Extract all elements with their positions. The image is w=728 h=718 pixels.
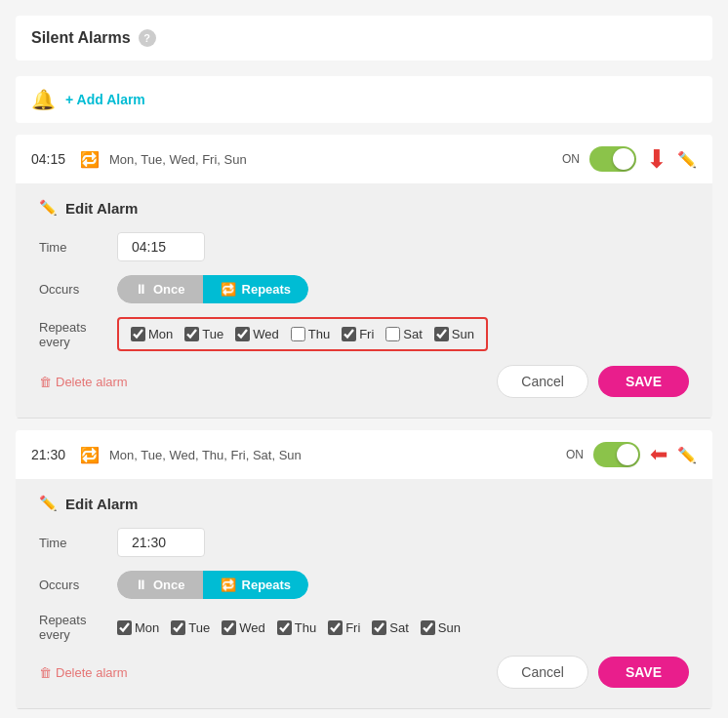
repeats-every-label-2: Repeats every bbox=[39, 613, 117, 642]
day-sun-checkbox-2[interactable] bbox=[421, 620, 435, 635]
day-tue-label-2: Tue bbox=[188, 620, 210, 635]
add-alarm-row: 🔔 + Add Alarm bbox=[16, 76, 712, 123]
repeats-button-2[interactable]: 🔁 Repeats bbox=[203, 571, 309, 599]
occurs-label-2: Occurs bbox=[39, 578, 117, 592]
day-sat-label-1: Sat bbox=[403, 327, 423, 341]
day-fri-label-1: Fri bbox=[359, 327, 374, 341]
alarm-block-1: 04:15 🔁 Mon, Tue, Wed, Fri, Sun ON ✓ ⬇ ✏… bbox=[16, 135, 712, 419]
delete-alarm-link-2[interactable]: 🗑 Delete alarm bbox=[39, 665, 128, 680]
day-mon-1: Mon bbox=[131, 327, 173, 341]
edit-panel-1-title-text: Edit Alarm bbox=[65, 200, 138, 217]
alarm-1-summary: 04:15 🔁 Mon, Tue, Wed, Fri, Sun ON ✓ ⬇ ✏… bbox=[16, 135, 712, 183]
day-sat-label-2: Sat bbox=[389, 620, 409, 635]
once-button-1[interactable]: ⏸ Once bbox=[117, 275, 203, 303]
day-fri-checkbox-1[interactable] bbox=[342, 327, 356, 341]
day-sun-label-1: Sun bbox=[452, 327, 474, 341]
day-mon-checkbox-2[interactable] bbox=[117, 620, 132, 635]
repeats-every-label-1: Repeats every bbox=[39, 320, 117, 349]
bell-icon: 🔔 bbox=[31, 88, 56, 111]
once-icon-2: ⏸ bbox=[135, 578, 147, 592]
day-sun-checkbox-1[interactable] bbox=[434, 327, 449, 341]
occurs-label-1: Occurs bbox=[39, 282, 117, 297]
days-row-2: Mon Tue Wed Thu Fri bbox=[117, 620, 461, 635]
page-header: Silent Alarms ? bbox=[16, 16, 712, 60]
day-thu-label-2: Thu bbox=[295, 620, 316, 635]
edit-panel-2-title: ✏️ Edit Alarm bbox=[39, 495, 689, 512]
day-wed-label-1: Wed bbox=[253, 327, 279, 341]
once-label-1: Once bbox=[153, 282, 185, 297]
alarm-1-toggle[interactable]: ✓ bbox=[589, 146, 636, 172]
day-wed-2: Wed bbox=[222, 620, 265, 635]
day-wed-checkbox-1[interactable] bbox=[235, 327, 250, 341]
days-box-1: Mon Tue Wed Thu Fri bbox=[117, 317, 488, 351]
alarm-2-arrow-left: ⬅ bbox=[650, 444, 667, 465]
day-tue-checkbox-1[interactable] bbox=[184, 327, 199, 341]
add-alarm-section: 🔔 + Add Alarm bbox=[16, 76, 712, 123]
delete-label-1: Delete alarm bbox=[56, 375, 128, 389]
edit-panel-2-title-text: Edit Alarm bbox=[65, 496, 138, 512]
day-mon-checkbox-1[interactable] bbox=[131, 327, 145, 341]
alarm-2-toggle-check: ✓ bbox=[627, 448, 636, 461]
edit-panel-2: ✏️ Edit Alarm Time Occurs ⏸ Once 🔁 Repea… bbox=[16, 479, 712, 709]
edit-panel-1-title: ✏️ Edit Alarm bbox=[39, 199, 689, 217]
day-tue-1: Tue bbox=[184, 327, 223, 341]
save-button-1[interactable]: SAVE bbox=[598, 366, 689, 397]
day-wed-1: Wed bbox=[235, 327, 279, 341]
time-input-1[interactable] bbox=[117, 232, 205, 261]
day-wed-checkbox-2[interactable] bbox=[222, 620, 236, 635]
repeats-every-row-2: Repeats every Mon Tue Wed Thu bbox=[39, 613, 689, 642]
repeats-icon-2: 🔁 bbox=[221, 578, 236, 592]
alarm-2-repeat-icon: 🔁 bbox=[80, 446, 100, 464]
alarm-2-edit-icon[interactable]: ✏️ bbox=[677, 446, 697, 464]
repeats-label-2: Repeats bbox=[242, 578, 292, 592]
once-icon-1: ⏸ bbox=[135, 282, 147, 297]
alarm-1-toggle-check: ✓ bbox=[623, 152, 632, 166]
alarm-2-days: Mon, Tue, Wed, Thu, Fri, Sat, Sun bbox=[109, 448, 556, 462]
day-tue-label-1: Tue bbox=[202, 327, 223, 341]
day-tue-2: Tue bbox=[171, 620, 210, 635]
help-icon[interactable]: ? bbox=[139, 29, 156, 47]
day-thu-checkbox-1[interactable] bbox=[291, 327, 305, 341]
time-field-row-1: Time bbox=[39, 232, 689, 261]
edit-pencil-icon-2: ✏️ bbox=[39, 495, 58, 512]
day-fri-label-2: Fri bbox=[345, 620, 360, 635]
repeats-button-1[interactable]: 🔁 Repeats bbox=[203, 275, 309, 303]
action-row-1: 🗑 Delete alarm Cancel SAVE bbox=[39, 365, 689, 398]
day-sun-2: Sun bbox=[421, 620, 461, 635]
cancel-button-2[interactable]: Cancel bbox=[497, 656, 588, 689]
day-sat-checkbox-1[interactable] bbox=[385, 327, 400, 341]
delete-alarm-link-1[interactable]: 🗑 Delete alarm bbox=[39, 375, 128, 389]
page-title: Silent Alarms bbox=[31, 29, 131, 47]
day-tue-checkbox-2[interactable] bbox=[171, 620, 185, 635]
alarm-1-edit-icon[interactable]: ✏️ bbox=[677, 150, 697, 169]
cancel-button-1[interactable]: Cancel bbox=[497, 365, 588, 398]
occurs-toggle-2: ⏸ Once 🔁 Repeats bbox=[117, 571, 308, 599]
repeats-icon-1: 🔁 bbox=[221, 282, 236, 297]
add-alarm-button[interactable]: + Add Alarm bbox=[65, 92, 145, 107]
time-label-2: Time bbox=[39, 536, 117, 550]
alarm-2-toggle[interactable]: ✓ bbox=[593, 442, 640, 467]
day-fri-1: Fri bbox=[342, 327, 374, 341]
occurs-field-row-2: Occurs ⏸ Once 🔁 Repeats bbox=[39, 571, 689, 599]
action-row-2: 🗑 Delete alarm Cancel SAVE bbox=[39, 656, 689, 689]
day-mon-label-1: Mon bbox=[148, 327, 173, 341]
day-mon-label-2: Mon bbox=[135, 620, 159, 635]
once-button-2[interactable]: ⏸ Once bbox=[117, 571, 203, 599]
alarm-2-summary: 21:30 🔁 Mon, Tue, Wed, Thu, Fri, Sat, Su… bbox=[16, 430, 712, 479]
occurs-toggle-1: ⏸ Once 🔁 Repeats bbox=[117, 275, 308, 303]
day-thu-checkbox-2[interactable] bbox=[277, 620, 292, 635]
day-sat-checkbox-2[interactable] bbox=[372, 620, 386, 635]
time-label-1: Time bbox=[39, 240, 117, 255]
repeats-every-row-1: Repeats every Mon Tue Wed Thu bbox=[39, 317, 689, 351]
alarm-2-on-label: ON bbox=[566, 448, 584, 461]
repeats-label-1: Repeats bbox=[242, 282, 292, 297]
save-button-2[interactable]: SAVE bbox=[598, 657, 689, 688]
time-input-2[interactable] bbox=[117, 528, 205, 557]
day-fri-checkbox-2[interactable] bbox=[328, 620, 343, 635]
alarm-2-time: 21:30 bbox=[31, 447, 70, 462]
alarm-1-days: Mon, Tue, Wed, Fri, Sun bbox=[109, 152, 552, 167]
day-wed-label-2: Wed bbox=[239, 620, 265, 635]
day-thu-2: Thu bbox=[277, 620, 316, 635]
trash-icon-1: 🗑 bbox=[39, 375, 52, 389]
occurs-field-row-1: Occurs ⏸ Once 🔁 Repeats bbox=[39, 275, 689, 303]
